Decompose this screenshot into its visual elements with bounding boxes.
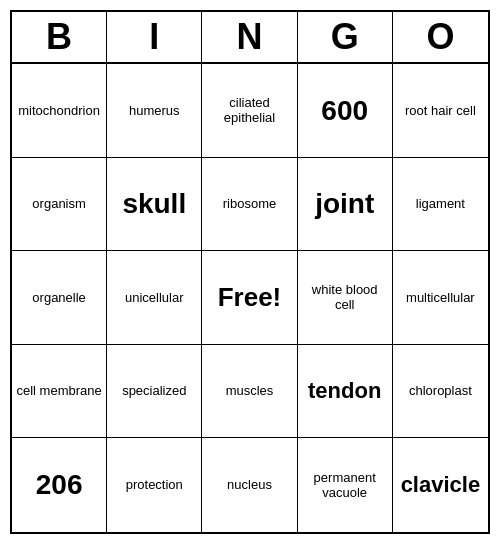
bingo-cell: organism xyxy=(12,158,107,252)
header-letter: B xyxy=(12,12,107,62)
bingo-cell: 600 xyxy=(298,64,393,158)
bingo-card: BINGO mitochondrionhumerusciliated epith… xyxy=(10,10,490,534)
bingo-cell: unicellular xyxy=(107,251,202,345)
bingo-cell: permanent vacuole xyxy=(298,438,393,532)
bingo-header: BINGO xyxy=(12,12,488,64)
header-letter: O xyxy=(393,12,488,62)
bingo-cell: ribosome xyxy=(202,158,297,252)
bingo-cell: tendon xyxy=(298,345,393,439)
header-letter: G xyxy=(298,12,393,62)
bingo-cell: clavicle xyxy=(393,438,488,532)
bingo-grid: mitochondrionhumerusciliated epithelial6… xyxy=(12,64,488,532)
bingo-cell: ciliated epithelial xyxy=(202,64,297,158)
bingo-cell: joint xyxy=(298,158,393,252)
bingo-cell: muscles xyxy=(202,345,297,439)
bingo-cell: nucleus xyxy=(202,438,297,532)
bingo-cell: 206 xyxy=(12,438,107,532)
bingo-cell: humerus xyxy=(107,64,202,158)
bingo-cell: mitochondrion xyxy=(12,64,107,158)
header-letter: N xyxy=(202,12,297,62)
bingo-cell: root hair cell xyxy=(393,64,488,158)
bingo-cell: organelle xyxy=(12,251,107,345)
bingo-cell: specialized xyxy=(107,345,202,439)
bingo-cell: cell membrane xyxy=(12,345,107,439)
header-letter: I xyxy=(107,12,202,62)
bingo-cell: multicellular xyxy=(393,251,488,345)
bingo-cell: chloroplast xyxy=(393,345,488,439)
bingo-cell: white blood cell xyxy=(298,251,393,345)
bingo-cell: ligament xyxy=(393,158,488,252)
bingo-cell: Free! xyxy=(202,251,297,345)
bingo-cell: protection xyxy=(107,438,202,532)
bingo-cell: skull xyxy=(107,158,202,252)
